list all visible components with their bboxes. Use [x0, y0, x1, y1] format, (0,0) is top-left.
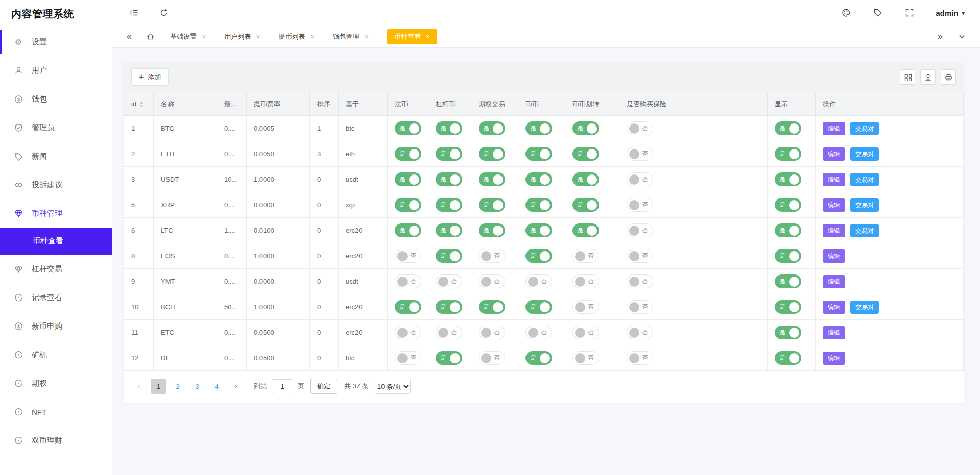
show-toggle[interactable]: 是 [775, 172, 801, 186]
transfer-toggle[interactable]: 是 [572, 223, 599, 237]
edit-button[interactable]: 编辑 [823, 249, 845, 263]
close-icon[interactable]: × [426, 33, 430, 41]
option-toggle[interactable]: 是 [479, 198, 505, 212]
trading-pair-button[interactable]: 交易对 [850, 224, 879, 237]
sidebar-item-coin-manage[interactable]: 币种管理 [0, 199, 112, 228]
export-seal-icon[interactable] [920, 69, 936, 85]
option-toggle[interactable]: 是 [479, 121, 505, 135]
lever-toggle[interactable]: 是 [436, 121, 462, 135]
option-toggle[interactable]: 是 [479, 172, 505, 186]
transfer-toggle[interactable]: 否 [572, 274, 599, 288]
sidebar-item-lever-trade[interactable]: 杠杆交易 [0, 255, 112, 283]
fiat-toggle[interactable]: 是 [395, 223, 421, 237]
page-button-3[interactable]: 3 [189, 379, 205, 394]
insurance-toggle[interactable]: 否 [627, 223, 653, 237]
sidebar-item-wallet[interactable]: $ 钱包 [0, 85, 112, 113]
sort-icons[interactable]: ▲▼ [139, 101, 144, 108]
option-toggle[interactable]: 否 [479, 351, 505, 365]
close-icon[interactable]: × [310, 33, 314, 41]
trading-pair-button[interactable]: 交易对 [850, 173, 879, 186]
sidebar-item-options[interactable]: 期权 [0, 369, 112, 397]
fiat-toggle[interactable]: 是 [395, 147, 421, 161]
page-button-2[interactable]: 2 [170, 379, 185, 394]
close-icon[interactable]: × [256, 33, 260, 41]
show-toggle[interactable]: 是 [775, 121, 801, 135]
sidebar-item-settings[interactable]: ⚙ 设置 [0, 28, 112, 56]
tag-icon[interactable] [873, 8, 882, 17]
tab-withdraw-list[interactable]: 提币列表 × [278, 29, 314, 44]
sidebar-item-users[interactable]: 用户 [0, 56, 112, 85]
show-toggle[interactable]: 是 [775, 147, 801, 161]
transfer-toggle[interactable]: 是 [572, 121, 599, 135]
insurance-toggle[interactable]: 否 [627, 351, 653, 365]
prev-page-icon[interactable]: ‹ [131, 379, 147, 394]
fiat-toggle[interactable]: 是 [395, 300, 421, 314]
refresh-icon[interactable] [159, 8, 169, 17]
tabs-menu-icon[interactable] [958, 33, 966, 40]
insurance-toggle[interactable]: 否 [627, 198, 653, 212]
page-size-select[interactable]: 10 条/页 [375, 379, 411, 394]
fiat-toggle[interactable]: 是 [395, 172, 421, 186]
insurance-toggle[interactable]: 否 [627, 274, 653, 288]
show-toggle[interactable]: 是 [775, 351, 801, 365]
trading-pair-button[interactable]: 交易对 [850, 198, 879, 212]
coin-toggle[interactable]: 是 [525, 223, 552, 237]
lever-toggle[interactable]: 是 [436, 300, 462, 314]
tabs-scroll-left-icon[interactable]: « [127, 31, 132, 42]
show-toggle[interactable]: 是 [775, 223, 801, 237]
sidebar-item-nft[interactable]: NFT [0, 397, 112, 426]
fiat-toggle[interactable]: 否 [395, 326, 421, 339]
transfer-toggle[interactable]: 否 [572, 249, 599, 263]
insurance-toggle[interactable]: 否 [627, 326, 653, 339]
fiat-toggle[interactable]: 是 [395, 121, 421, 135]
sidebar-item-admins[interactable]: 管理员 [0, 113, 112, 142]
tab-basic-settings[interactable]: 基础设置 × [170, 29, 206, 44]
page-button-4[interactable]: 4 [209, 379, 224, 394]
tab-wallet-manage[interactable]: 钱包管理 × [333, 29, 369, 44]
option-toggle[interactable]: 否 [479, 274, 505, 288]
edit-button[interactable]: 编辑 [823, 352, 845, 365]
option-toggle[interactable]: 否 [479, 249, 505, 263]
transfer-toggle[interactable]: 否 [572, 351, 599, 365]
columns-grid-icon[interactable] [900, 69, 915, 85]
fiat-toggle[interactable]: 否 [395, 249, 421, 263]
lever-toggle[interactable]: 是 [436, 198, 462, 212]
transfer-toggle[interactable]: 是 [572, 147, 599, 161]
option-toggle[interactable]: 是 [479, 147, 505, 161]
tabs-scroll-right-icon[interactable]: » [938, 31, 943, 42]
coin-toggle[interactable]: 否 [525, 326, 552, 339]
insurance-toggle[interactable]: 否 [627, 121, 653, 135]
lever-toggle[interactable]: 是 [436, 172, 462, 186]
lever-toggle[interactable]: 是 [436, 147, 462, 161]
coin-toggle[interactable]: 是 [525, 198, 552, 212]
option-toggle[interactable]: 是 [479, 300, 505, 314]
coin-toggle[interactable]: 是 [525, 172, 552, 186]
coin-toggle[interactable]: 是 [525, 121, 552, 135]
option-toggle[interactable]: 是 [479, 223, 505, 237]
sidebar-item-records[interactable]: 记录查看 [0, 283, 112, 312]
coin-toggle[interactable]: 是 [525, 147, 552, 161]
add-button[interactable]: + 添加 [131, 68, 169, 86]
theme-palette-icon[interactable] [842, 8, 851, 17]
edit-button[interactable]: 编辑 [823, 224, 845, 237]
edit-button[interactable]: 编辑 [823, 326, 845, 339]
transfer-toggle[interactable]: 是 [572, 172, 599, 186]
show-toggle[interactable]: 是 [775, 326, 801, 339]
edit-button[interactable]: 编辑 [823, 301, 845, 314]
edit-button[interactable]: 编辑 [823, 275, 845, 288]
option-toggle[interactable]: 否 [479, 326, 505, 339]
tab-user-list[interactable]: 用户列表 × [224, 29, 260, 44]
insurance-toggle[interactable]: 否 [627, 249, 653, 263]
lever-toggle[interactable]: 是 [436, 249, 462, 263]
goto-page-input[interactable] [272, 379, 293, 393]
close-icon[interactable]: × [202, 33, 206, 41]
trading-pair-button[interactable]: 交易对 [850, 122, 879, 135]
show-toggle[interactable]: 是 [775, 300, 801, 314]
tab-coin-view[interactable]: 币种查看 × [387, 29, 437, 44]
show-toggle[interactable]: 是 [775, 274, 801, 288]
coin-toggle[interactable]: 是 [525, 351, 552, 365]
fiat-toggle[interactable]: 否 [395, 274, 421, 288]
trading-pair-button[interactable]: 交易对 [850, 301, 879, 314]
sidebar-item-new-coin[interactable]: $ 新币申购 [0, 312, 112, 340]
coin-toggle[interactable]: 是 [525, 249, 552, 263]
